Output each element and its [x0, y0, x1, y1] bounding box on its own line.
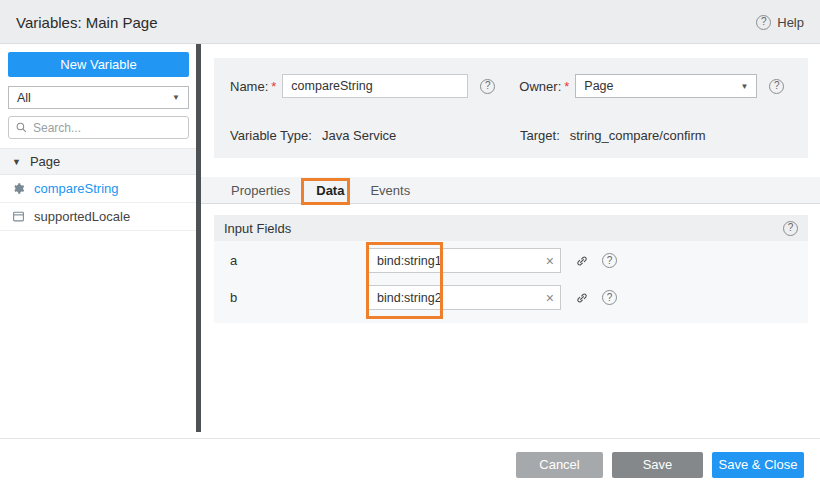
filter-value: All	[17, 91, 31, 105]
new-variable-button[interactable]: New Variable	[8, 52, 189, 77]
field-label-b: b	[230, 290, 368, 305]
window-icon	[12, 210, 25, 223]
variable-type-value: Java Service	[322, 128, 396, 143]
header: Variables: Main Page ? Help	[0, 0, 820, 44]
clear-icon[interactable]: ×	[546, 291, 554, 305]
tab-data[interactable]: Data	[303, 177, 357, 204]
owner-select[interactable]: Page ▼	[575, 74, 757, 98]
search-icon	[15, 121, 28, 134]
input-fields-header: Input Fields ?	[214, 215, 808, 241]
tab-properties[interactable]: Properties	[218, 177, 303, 204]
chevron-down-icon: ▼	[172, 93, 180, 102]
sidebar: New Variable All ▼ ▼ Page compareString …	[0, 44, 196, 438]
required-marker: *	[271, 79, 276, 94]
tab-events[interactable]: Events	[357, 177, 423, 204]
input-fields-help-icon[interactable]: ?	[783, 221, 798, 236]
save-close-button[interactable]: Save & Close	[712, 452, 804, 478]
input-fields-title: Input Fields	[224, 221, 291, 236]
name-help-icon[interactable]: ?	[480, 79, 495, 94]
tree-group-label: Page	[30, 154, 60, 169]
field-label-a: a	[230, 253, 368, 268]
main-content: Name: * ? Owner: * Page ▼ ? Variable Typ…	[201, 44, 820, 438]
help-icon: ?	[756, 15, 771, 30]
target-label: Target:	[520, 128, 560, 143]
target-value: string_compare/confirm	[570, 128, 706, 143]
chevron-down-icon: ▼	[740, 82, 748, 91]
page-title: Variables: Main Page	[16, 0, 157, 44]
variable-form-panel: Name: * ? Owner: * Page ▼ ? Variable Typ…	[214, 58, 808, 158]
bind-input-b: ×	[368, 285, 561, 310]
owner-value: Page	[584, 79, 613, 93]
help-button[interactable]: ? Help	[756, 0, 804, 44]
field-row-a: a × ?	[214, 248, 808, 273]
form-row-1: Name: * ? Owner: * Page ▼ ?	[214, 58, 808, 98]
variable-type-label: Variable Type:	[230, 128, 312, 143]
clear-icon[interactable]: ×	[546, 254, 554, 268]
chevron-down-icon: ▼	[12, 157, 21, 167]
search-input[interactable]	[33, 121, 182, 135]
cancel-button[interactable]: Cancel	[516, 452, 603, 478]
field-row-b: b × ?	[214, 285, 808, 310]
bind-input-b-field[interactable]	[368, 285, 561, 310]
name-label: Name:	[230, 79, 268, 94]
variable-type-group: Variable Type: Java Service	[230, 128, 520, 143]
bind-input-a-field[interactable]	[368, 248, 561, 273]
tree-item-label: supportedLocale	[34, 209, 130, 224]
form-row-2: Variable Type: Java Service Target: stri…	[214, 98, 808, 143]
tree-item-label: compareString	[34, 181, 119, 196]
footer: Cancel Save Save & Close	[0, 438, 820, 490]
save-button[interactable]: Save	[612, 452, 703, 478]
name-input[interactable]	[282, 74, 468, 98]
search-box	[8, 116, 189, 139]
tree-group-page[interactable]: ▼ Page	[0, 148, 196, 175]
help-label: Help	[777, 15, 804, 30]
field-b-help-icon[interactable]: ?	[602, 290, 617, 305]
gear-icon	[12, 182, 25, 195]
tree-item-supportedlocale[interactable]: supportedLocale	[0, 203, 196, 231]
filter-select[interactable]: All ▼	[8, 86, 189, 109]
link-icon[interactable]	[575, 254, 589, 268]
required-marker: *	[564, 79, 569, 94]
owner-help-icon[interactable]: ?	[769, 79, 784, 94]
owner-label: Owner:	[519, 79, 561, 94]
tree-item-comparestring[interactable]: compareString	[0, 175, 196, 203]
bind-input-a: ×	[368, 248, 561, 273]
link-icon[interactable]	[575, 291, 589, 305]
target-group: Target: string_compare/confirm	[520, 128, 706, 143]
tab-bar: Properties Data Events	[201, 177, 820, 204]
field-a-help-icon[interactable]: ?	[602, 253, 617, 268]
input-fields-panel: Input Fields ? a × ? b × ?	[214, 215, 808, 323]
